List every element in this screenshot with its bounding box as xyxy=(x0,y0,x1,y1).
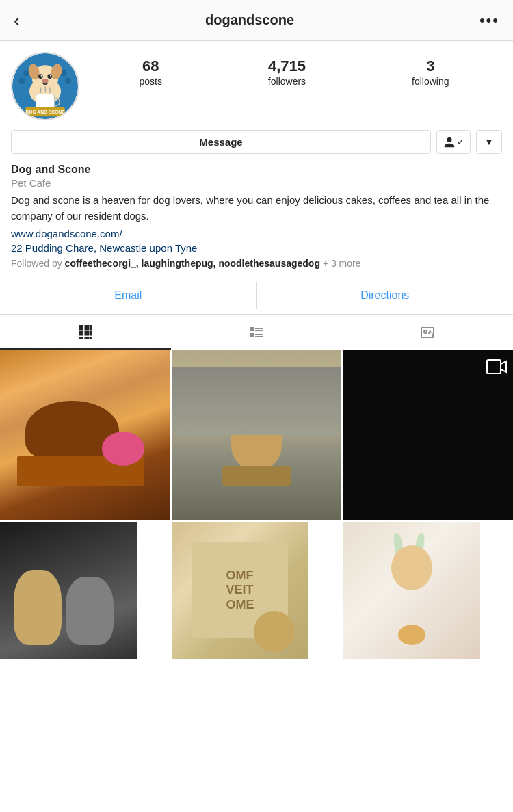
chevron-down-icon: ▼ xyxy=(485,137,494,147)
svg-rect-19 xyxy=(90,325,92,330)
svg-point-13 xyxy=(42,79,49,83)
profile-section: DOG AND SCONE 68 posts 4,715 followers 3… xyxy=(0,41,513,269)
photo-grid: OMFVEITOME xyxy=(0,350,513,659)
svg-rect-20 xyxy=(79,330,83,335)
svg-rect-18 xyxy=(85,325,90,330)
person-icon xyxy=(443,136,456,148)
video-icon xyxy=(486,356,508,378)
followers-label: followers xyxy=(268,76,306,87)
svg-point-4 xyxy=(65,78,72,85)
dropdown-button[interactable]: ▼ xyxy=(476,130,502,154)
following-stat[interactable]: 3 following xyxy=(412,57,449,88)
back-button[interactable]: ‹ xyxy=(14,10,20,31)
profile-website[interactable]: www.dogandscone.com/ xyxy=(11,228,502,239)
list-icon xyxy=(248,324,265,341)
svg-point-10 xyxy=(47,74,52,79)
photo-cell[interactable] xyxy=(0,350,170,520)
tagged-icon xyxy=(419,324,436,341)
svg-point-11 xyxy=(41,75,42,76)
followers-stat[interactable]: 4,715 followers xyxy=(268,57,306,88)
svg-rect-28 xyxy=(255,330,263,331)
follow-check-button[interactable]: ✓ xyxy=(436,130,471,154)
svg-rect-24 xyxy=(85,337,90,339)
message-button[interactable]: Message xyxy=(11,130,431,154)
svg-rect-23 xyxy=(79,337,83,339)
tab-bar xyxy=(0,315,513,350)
photo-cell[interactable] xyxy=(172,350,341,520)
svg-rect-17 xyxy=(79,325,83,330)
svg-rect-25 xyxy=(90,337,92,339)
tab-tagged[interactable] xyxy=(342,315,513,350)
followed-prefix: Followed by xyxy=(11,258,65,269)
more-options-button[interactable]: ••• xyxy=(479,12,499,29)
profile-category: Pet Cafe xyxy=(11,177,502,189)
svg-rect-14 xyxy=(36,94,55,109)
svg-rect-30 xyxy=(255,334,263,335)
posts-count: 68 xyxy=(139,57,161,75)
svg-text:DOG AND SCONE: DOG AND SCONE xyxy=(25,109,65,114)
tab-list[interactable] xyxy=(171,315,342,350)
grid-icon xyxy=(77,324,94,340)
svg-rect-27 xyxy=(255,328,263,329)
svg-point-2 xyxy=(19,78,26,85)
video-badge xyxy=(486,356,508,380)
svg-rect-26 xyxy=(250,327,254,331)
followed-more: + 3 more xyxy=(323,258,361,269)
followers-count: 4,715 xyxy=(268,57,306,75)
checkmark-icon: ✓ xyxy=(457,137,464,147)
followed-users: coffeethecorgi_, laughingthepug, noodlet… xyxy=(65,258,320,269)
action-buttons: Message ✓ ▼ xyxy=(11,130,502,154)
following-count: 3 xyxy=(412,57,449,75)
photo-cell[interactable] xyxy=(0,522,137,659)
svg-point-9 xyxy=(38,74,43,79)
followed-by: Followed by coffeethecorgi_, laughingthe… xyxy=(11,258,502,269)
svg-rect-22 xyxy=(90,330,92,335)
profile-top: DOG AND SCONE 68 posts 4,715 followers 3… xyxy=(11,52,502,120)
tab-grid[interactable] xyxy=(0,315,171,350)
svg-point-12 xyxy=(50,75,51,76)
stats-bar: 68 posts 4,715 followers 3 following xyxy=(79,52,502,88)
avatar: DOG AND SCONE xyxy=(11,52,79,120)
photo-cell[interactable] xyxy=(343,350,513,520)
photo-cell[interactable] xyxy=(343,522,480,659)
profile-location[interactable]: 22 Pudding Chare, Newcastle upon Tyne xyxy=(11,242,502,254)
contact-bar: Email Directions xyxy=(0,276,513,315)
profile-description: Dog and scone is a heaven for dog lovers… xyxy=(11,193,502,224)
profile-username: dogandscone xyxy=(205,12,294,28)
email-button[interactable]: Email xyxy=(0,276,256,314)
bio-section: Dog and Scone Pet Cafe Dog and scone is … xyxy=(11,163,502,269)
posts-stat[interactable]: 68 posts xyxy=(139,57,161,88)
svg-rect-21 xyxy=(85,330,90,335)
svg-rect-29 xyxy=(250,333,254,337)
profile-display-name: Dog and Scone xyxy=(11,163,502,176)
posts-label: posts xyxy=(139,76,161,87)
following-label: following xyxy=(412,76,449,87)
directions-button[interactable]: Directions xyxy=(257,276,514,314)
header: ‹ dogandscone ••• xyxy=(0,0,513,41)
svg-rect-32 xyxy=(487,360,501,374)
photo-cell[interactable]: OMFVEITOME xyxy=(172,522,308,659)
svg-rect-31 xyxy=(255,336,263,337)
